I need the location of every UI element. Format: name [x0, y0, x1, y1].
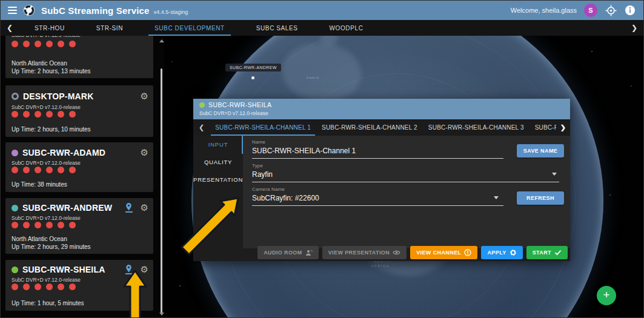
name-field-label: Name — [252, 139, 503, 145]
device-online-dot — [199, 102, 205, 108]
device-settings-gear-icon[interactable]: ⚙ — [141, 265, 148, 274]
channel-tab-2[interactable]: SUBC-RWR-SHEILA-CHANNEL 2 — [316, 119, 423, 136]
view-channel-label: VIEW CHANNEL — [416, 250, 461, 256]
eye-icon — [393, 250, 400, 256]
add-device-fab[interactable]: + — [597, 286, 616, 305]
app-logo-icon — [22, 4, 36, 17]
channel-tab-bar: ❮ SUBC-RWR-SHEILA-CHANNEL 1 SUBC-RWR-SHE… — [193, 119, 570, 136]
device-card-subc-rwr-andrew[interactable]: SUBC-RWR-ANDREW ⚙ SubC DVR+D v7.12.0-rel… — [5, 198, 153, 254]
env-tab-subc-sales[interactable]: SUBC SALES — [241, 20, 314, 36]
map-label-africa: AFRICA — [371, 264, 390, 268]
device-settings-gear-icon[interactable]: ⚙ — [141, 148, 148, 157]
device-uptime: Up Time: 2 hours, 10 minutes — [12, 126, 91, 133]
channel-status-dots — [12, 283, 76, 290]
device-location-pin-icon[interactable] — [125, 265, 133, 274]
nav-item-input[interactable]: INPUT — [193, 136, 243, 153]
start-label: START — [533, 250, 551, 256]
device-uptime: Up Time: 2 hours, 29 minutes — [12, 243, 91, 250]
sidebar-scroll-up-icon[interactable] — [159, 39, 164, 42]
device-name: SUBC-RWR-SHEILA — [22, 265, 121, 274]
device-name: SUBC-RWR-ANDREW — [22, 203, 121, 213]
channel-tab-3[interactable]: SUBC-RWR-SHEILA-CHANNEL 3 — [423, 119, 529, 136]
device-status-dot — [12, 93, 19, 100]
device-uptime: Up Time: 38 minutes — [12, 181, 67, 188]
app-version: v4.4.5-staging — [154, 9, 188, 15]
locate-icon[interactable] — [605, 4, 617, 16]
dialog-title: SUBC-RWR-SHEILA — [208, 101, 271, 108]
environment-tab-bar: ❮ STR-HOU STR-SIN SUBC DEVELOPMENT SUBC … — [1, 20, 643, 36]
name-field-value[interactable]: SUBC-RWR-SHEILA-Channel 1 — [252, 147, 503, 155]
channel-settings-dialog: SUBC-RWR-SHEILA SubC DVR+D v7.12.0-relea… — [193, 99, 570, 261]
sidebar-scrollbar[interactable] — [161, 68, 162, 314]
env-tab-woodplc[interactable]: WOODPLC — [314, 20, 379, 36]
device-location: North Atlantic Ocean — [12, 236, 67, 242]
view-presentation-label: VIEW PRESENTATION — [328, 250, 390, 256]
device-name: DESKTOP-MARK — [23, 91, 136, 101]
device-uptime: Up Time: 2 hours, 13 minutes — [12, 68, 91, 75]
nav-item-presentation[interactable]: PRESENTATION — [193, 171, 243, 188]
device-name: SUBC-RWR-ADAMD — [22, 148, 136, 157]
device-location-pin-icon[interactable] — [125, 203, 133, 213]
device-status-dot — [12, 205, 18, 211]
device-location: North Atlantic Ocean — [12, 60, 67, 67]
camera-field-label: Camera Name — [252, 187, 503, 192]
camera-field-underline — [252, 205, 503, 206]
person-audio-icon — [305, 250, 313, 256]
channel-status-dots — [12, 111, 76, 118]
settings-section-nav: INPUT QUALITY PRESENTATION — [193, 136, 243, 261]
map-label-madrid: madrid — [307, 76, 319, 79]
camera-dropdown-caret-icon[interactable] — [494, 196, 499, 199]
type-select-value[interactable]: Rayfin — [252, 170, 559, 179]
check-icon — [554, 250, 562, 256]
env-tab-str-sin[interactable]: STR-SIN — [81, 20, 139, 36]
env-tab-subc-development[interactable]: SUBC DEVELOPMENT — [139, 20, 241, 36]
input-settings-panel: Name SUBC-RWR-SHEILA-Channel 1 SAVE NAME… — [243, 136, 570, 248]
audio-room-button[interactable]: AUDIO ROOM — [257, 246, 319, 259]
tabs-scroll-left-icon[interactable]: ❮ — [1, 24, 19, 32]
device-version: SubC DVR+D v7.12.0-release — [12, 104, 81, 110]
dialog-footer: AUDIO ROOM VIEW PRESENTATION — [243, 245, 570, 261]
user-avatar[interactable]: S — [584, 4, 597, 17]
device-status-dot — [12, 150, 18, 156]
device-marker-dot[interactable] — [251, 76, 254, 79]
device-settings-gear-icon[interactable]: ⚙ — [141, 204, 148, 213]
channel-tabs-left-icon[interactable]: ❮ — [193, 124, 210, 131]
device-uptime: Up Time: 1 hour, 5 minutes — [12, 300, 84, 306]
view-channel-button[interactable]: VIEW CHANNEL — [410, 246, 477, 259]
channel-tab-1[interactable]: SUBC-RWR-SHEILA-CHANNEL 1 — [210, 119, 316, 136]
type-field-underline — [252, 182, 559, 182]
apply-button[interactable]: APPLY — [481, 246, 522, 259]
apply-label: APPLY — [487, 250, 506, 256]
menu-icon[interactable] — [8, 7, 17, 14]
nav-item-quality[interactable]: QUALITY — [193, 153, 243, 171]
channel-status-dots — [12, 41, 76, 47]
device-version: SubC DVR+D v7.12.0-release — [12, 215, 81, 221]
welcome-text: Welcome, sheila.glass — [511, 7, 577, 14]
camera-select-value[interactable]: SubCRayfin: #22600 — [252, 194, 503, 202]
dialog-subtitle: SubC DVR+D v7.12.0-release — [199, 110, 564, 116]
start-button[interactable]: START — [526, 246, 568, 259]
refresh-button[interactable]: REFRESH — [517, 191, 564, 205]
device-version: SubC DVR+D v7.12.0-release — [12, 277, 81, 283]
app-bar: SubC Streaming Service v4.4.5-staging We… — [1, 1, 643, 20]
device-card-clipped[interactable]: SubC DVR+D v7.12.0-release North Atlanti… — [5, 36, 153, 78]
app-title: SubC Streaming Service — [41, 5, 150, 16]
device-card-subc-rwr-sheila[interactable]: SUBC-RWR-SHEILA ⚙ SubC DVR+D v7.12.0-rel… — [5, 260, 153, 311]
tabs-scroll-right-icon[interactable]: ❯ — [625, 24, 643, 32]
app-window: SubC Streaming Service v4.4.5-staging We… — [0, 0, 644, 318]
info-icon[interactable] — [624, 4, 636, 16]
device-card-subc-rwr-adamd[interactable]: SUBC-RWR-ADAMD ⚙ SubC DVR+D v7.12.0-rele… — [5, 142, 153, 192]
save-name-button[interactable]: SAVE NAME — [517, 144, 564, 157]
device-settings-gear-icon[interactable]: ⚙ — [141, 92, 148, 101]
channel-status-dots — [12, 222, 76, 228]
sidebar-scroll-down-icon[interactable] — [159, 313, 164, 316]
type-dropdown-caret-icon[interactable] — [552, 173, 557, 176]
env-tab-str-hou[interactable]: STR-HOU — [19, 20, 81, 36]
device-card-desktop-mark[interactable]: DESKTOP-MARK ⚙ SubC DVR+D v7.12.0-releas… — [5, 85, 153, 137]
view-presentation-button[interactable]: VIEW PRESENTATION — [322, 246, 407, 259]
audio-room-label: AUDIO ROOM — [264, 250, 302, 256]
name-field-underline — [252, 158, 503, 159]
device-marker-tooltip: SUBC-RWR-ANDREW — [225, 64, 281, 71]
channel-status-dots — [12, 167, 76, 173]
channel-tabs-right-icon[interactable]: ❯ — [556, 119, 570, 136]
